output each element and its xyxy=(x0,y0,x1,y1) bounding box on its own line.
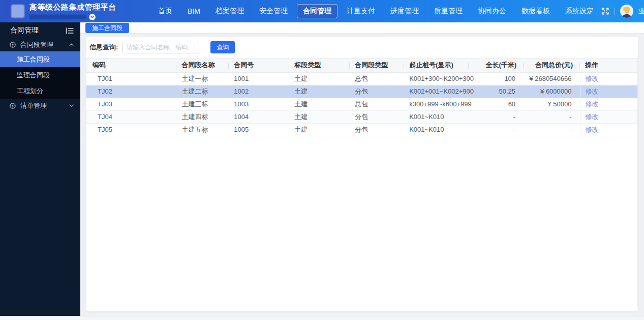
table-cell: 分包 xyxy=(350,110,404,123)
search-row: 信息查询: 查询 xyxy=(86,37,638,53)
table-cell: K001~K010 xyxy=(404,110,469,123)
logo xyxy=(11,5,24,18)
chevron-up-icon xyxy=(69,43,74,46)
table-cell: 1004 xyxy=(229,110,289,123)
topbar-right: 业主总工 xyxy=(601,5,644,18)
sidebar-group-label: 合同段管理 xyxy=(20,40,69,49)
nav-item-6[interactable]: 计量支付 xyxy=(341,4,381,18)
table-row-3[interactable]: TJ03土建三标1003土建总包k300+999~k600+99960¥ 500… xyxy=(86,98,637,110)
nav-item-1[interactable]: 首页 xyxy=(152,4,178,18)
table-cell: 60 xyxy=(469,98,524,110)
table-wrapper: 编码合同段名称合同号标段类型合同段类型起止桩号(显示)全长(千米)合同总价(元)… xyxy=(86,58,638,307)
project-switcher[interactable] xyxy=(29,14,116,20)
sidebar-title: 合同管理 xyxy=(10,26,39,35)
table-cell-action: 修改 xyxy=(580,85,637,98)
table-cell: 土建五标 xyxy=(176,123,229,136)
column-header-4: 标段类型 xyxy=(289,59,350,72)
table-cell: ¥ 6000000 xyxy=(524,85,580,98)
table-cell: - xyxy=(469,123,524,136)
table-cell: TJ05 xyxy=(86,123,176,136)
table-cell: 1001 xyxy=(229,72,289,85)
edit-link[interactable]: 修改 xyxy=(586,88,599,95)
table-cell: TJ04 xyxy=(86,110,176,123)
nav-item-9[interactable]: 协同办公 xyxy=(472,4,512,18)
tab-construction-contract-section[interactable]: 施工合同段 xyxy=(85,23,129,33)
table-cell-action: 修改 xyxy=(580,123,637,136)
table-cell: TJ03 xyxy=(86,98,176,110)
nav-item-7[interactable]: 进度管理 xyxy=(384,4,425,18)
sidebar: 合同管理 合同段管理施工合同段监理合同段工程划分清单管理 xyxy=(0,22,80,316)
table-cell: 土建 xyxy=(289,110,350,123)
brand: 高等级公路集成管理平台 xyxy=(0,3,143,20)
sidebar-item-2[interactable]: 监理合同段 xyxy=(0,67,80,83)
table-cell: K001~K010 xyxy=(404,123,469,136)
sidebar-collapse-icon[interactable] xyxy=(66,27,74,34)
table-cell: - xyxy=(524,110,580,123)
sidebar-header: 合同管理 xyxy=(0,23,80,38)
column-header-5: 合同段类型 xyxy=(350,59,404,72)
table-cell: 分包 xyxy=(350,85,404,98)
edit-link[interactable]: 修改 xyxy=(586,113,599,121)
nav-item-5[interactable]: 合同管理 xyxy=(297,4,338,18)
table-cell: 土建 xyxy=(289,123,350,136)
nav-item-11[interactable]: 系统设定 xyxy=(559,4,600,18)
column-header-7: 全长(千米) xyxy=(469,59,524,72)
nav-item-2[interactable]: BIM xyxy=(181,5,206,18)
sidebar-group-2[interactable]: 清单管理 xyxy=(0,99,80,112)
sidebar-menu: 合同段管理施工合同段监理合同段工程划分清单管理 xyxy=(0,38,80,112)
table-header-row: 编码合同段名称合同号标段类型合同段类型起止桩号(显示)全长(千米)合同总价(元)… xyxy=(86,59,637,72)
main-content: 施工合同段 信息查询: 查询 编码合同段名称合同号标段类型合同段类型起止桩号(显… xyxy=(80,22,644,316)
table-cell: 土建一标 xyxy=(176,72,229,85)
table-cell: 1005 xyxy=(229,123,289,136)
table-cell: ¥ 50000 xyxy=(524,98,580,110)
tabbar: 施工合同段 xyxy=(80,22,644,34)
table-cell: 50.25 xyxy=(469,85,524,98)
search-button[interactable]: 查询 xyxy=(210,41,235,53)
contract-table: 编码合同段名称合同号标段类型合同段类型起止桩号(显示)全长(千米)合同总价(元)… xyxy=(86,59,637,136)
edit-link[interactable]: 修改 xyxy=(586,100,599,108)
sidebar-item-1[interactable]: 施工合同段 xyxy=(0,51,80,67)
table-cell: 土建四标 xyxy=(176,110,229,123)
table-cell: 总包 xyxy=(350,72,404,85)
project-switcher-button[interactable] xyxy=(89,14,96,20)
table-cell: - xyxy=(469,110,524,123)
edit-link[interactable]: 修改 xyxy=(586,126,599,133)
table-cell-action: 修改 xyxy=(580,72,637,85)
edit-link[interactable]: 修改 xyxy=(586,75,599,82)
avatar[interactable] xyxy=(620,5,633,18)
topbar: 高等级公路集成管理平台 首页BIM档案管理安全管理合同管理计量支付进度管理质量管… xyxy=(0,0,644,22)
column-header-3: 合同号 xyxy=(229,59,289,72)
table-cell-action: 修改 xyxy=(580,98,637,110)
table-row-2[interactable]: TJ02土建二标1002土建分包K002+001~K002+90050.25¥ … xyxy=(86,85,637,98)
table-cell: 分包 xyxy=(350,123,404,136)
sidebar-item-3[interactable]: 工程划分 xyxy=(0,83,80,99)
app-title: 高等级公路集成管理平台 xyxy=(29,3,116,12)
nav-item-10[interactable]: 数据看板 xyxy=(515,4,556,18)
table-row-5[interactable]: TJ05土建五标1005土建分包K001~K010--修改 xyxy=(86,123,637,136)
content-card: 信息查询: 查询 编码合同段名称合同号标段类型合同段类型起止桩号(显示)全长(千… xyxy=(86,37,638,311)
table-row-4[interactable]: TJ04土建四标1004土建分包K001~K010--修改 xyxy=(86,110,637,123)
column-header-1: 编码 xyxy=(86,59,176,72)
fullscreen-icon[interactable] xyxy=(601,7,609,15)
table-cell: ¥ 2680540666 xyxy=(524,72,580,85)
user-name[interactable]: 业主总工 xyxy=(638,7,644,16)
table-cell: 总包 xyxy=(350,98,404,110)
table-cell: 100 xyxy=(469,72,524,85)
table-cell: 土建 xyxy=(289,85,350,98)
table-cell: 土建二标 xyxy=(176,85,229,98)
column-header-8: 合同总价(元) xyxy=(524,59,580,72)
sidebar-group-1[interactable]: 合同段管理 xyxy=(0,38,80,51)
table-row-1[interactable]: TJ01土建一标1001土建总包K001+300~K200+300100¥ 26… xyxy=(86,72,637,85)
table-cell-action: 修改 xyxy=(580,110,637,123)
table-cell: 土建三标 xyxy=(176,98,229,110)
column-header-9: 操作 xyxy=(580,59,637,72)
nav-item-8[interactable]: 质量管理 xyxy=(428,4,469,18)
nav-item-4[interactable]: 安全管理 xyxy=(253,4,294,18)
sidebar-group-label: 清单管理 xyxy=(20,101,69,110)
horizontal-scrollbar[interactable] xyxy=(0,316,644,320)
table-cell: 土建 xyxy=(289,72,350,85)
search-input[interactable] xyxy=(122,42,199,53)
menu-wheel-icon xyxy=(9,41,16,48)
nav-item-3[interactable]: 档案管理 xyxy=(209,4,250,18)
sidebar-submenu: 施工合同段监理合同段工程划分 xyxy=(0,51,80,99)
